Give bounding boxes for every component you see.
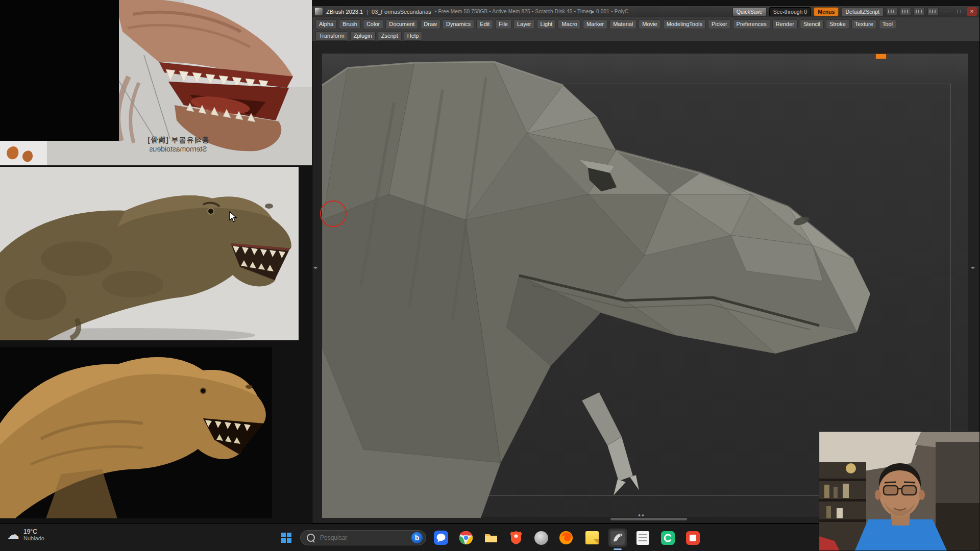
menu-item[interactable]: Preferences	[733, 19, 770, 29]
canvas-orange-marker	[875, 54, 887, 59]
menu-item[interactable]: Layer	[513, 19, 535, 29]
minimize-button[interactable]: —	[941, 7, 951, 16]
menu-bar: AlphaBrushColorDocumentDrawDynamicsEditF…	[312, 17, 979, 41]
menu-item[interactable]: Macro	[558, 19, 581, 29]
menu-item[interactable]: Alpha	[315, 19, 337, 29]
ui-slider-left-icon[interactable]	[886, 8, 897, 15]
app-title: ZBrush 2023.1	[326, 9, 363, 15]
taskbar-icon-firefox[interactable]	[557, 529, 575, 547]
sticky-note-icon	[585, 531, 599, 544]
memory-stats: • Free Mem 50.758GB • Active Mem 825 • S…	[435, 9, 629, 14]
see-through-value: 0	[804, 9, 807, 15]
taskbar-icon-chat[interactable]	[432, 529, 450, 547]
maximize-button[interactable]: □	[954, 7, 964, 16]
taskbar-icon-zbrush[interactable]	[608, 529, 627, 547]
menu-item[interactable]: Transform	[315, 31, 348, 41]
titlebar-divider: |	[366, 9, 368, 15]
start-button[interactable]	[277, 529, 296, 547]
horizontal-scrollbar[interactable]	[610, 518, 687, 520]
anatomy-caption-latin: Sternomastoideus	[125, 145, 232, 153]
menus-toggle-button[interactable]: Menus	[814, 7, 839, 16]
taskbar-icon-brave[interactable]	[507, 529, 525, 547]
menu-item[interactable]: Dynamics	[443, 19, 474, 29]
sculpt-arm	[582, 392, 622, 445]
weather-temperature: 19°C	[23, 528, 44, 535]
quicksave-button[interactable]: QuickSave	[732, 7, 767, 16]
taskbar-icon-app-red[interactable]	[683, 529, 702, 547]
anatomy-caption-korean: 흉쇄유돌부 [胸骨]	[125, 136, 232, 145]
menu-item[interactable]: Zscript	[378, 31, 402, 41]
titlebar-info: ZBrush 2023.1 | 03_FormasSecundarias • F…	[315, 8, 628, 15]
reference-image-trex-dark	[0, 347, 272, 518]
anatomy-caption: 흉쇄유돌부 [胸骨] Sternomastoideus	[125, 136, 232, 153]
default-zscript-button[interactable]: DefaultZScript	[841, 7, 884, 16]
taskbar-icon-chrome[interactable]	[457, 529, 475, 547]
ui-slider-right-icon[interactable]	[900, 8, 911, 15]
brush-cursor-ring	[320, 201, 347, 227]
chat-icon	[434, 531, 448, 545]
search-icon	[307, 534, 315, 542]
zbrush-logo-icon	[315, 8, 323, 15]
menu-item[interactable]: Picker	[708, 19, 731, 29]
taskbar-icon-app-green[interactable]	[658, 529, 677, 547]
taskbar-icon-notes[interactable]	[633, 529, 652, 547]
menu-item[interactable]: Draw	[420, 19, 440, 29]
weather-condition: Nublado	[23, 535, 44, 541]
taskbar-icon-app-gray[interactable]	[532, 529, 550, 547]
cloud-icon: ☁	[7, 529, 19, 541]
firefox-icon	[559, 531, 573, 545]
webcam-glasses	[884, 486, 898, 495]
search-input[interactable]	[319, 534, 407, 542]
menu-item[interactable]: Light	[537, 19, 556, 29]
canvas-left-edge-arrows[interactable]: ◂▸	[313, 265, 317, 270]
menu-item[interactable]: Color	[363, 19, 383, 29]
layout-toggle-left-icon[interactable]	[914, 8, 925, 15]
notepad-icon	[636, 531, 649, 545]
brave-icon	[509, 531, 523, 545]
menu-row-2: TransformZpluginZscriptHelp	[315, 31, 976, 41]
taskbar-icon-file-explorer[interactable]	[482, 529, 500, 547]
zbrush-app-icon	[610, 531, 625, 545]
menu-item[interactable]: Texture	[851, 19, 877, 29]
menu-item[interactable]: Tool	[879, 19, 896, 29]
menu-row-1: AlphaBrushColorDocumentDrawDynamicsEditF…	[315, 19, 976, 29]
green-c-app-icon	[661, 531, 675, 545]
trex-figure-illustration	[0, 167, 299, 340]
menu-item[interactable]: Stencil	[800, 19, 824, 29]
gray-app-icon	[534, 531, 548, 545]
see-through-control[interactable]: See-through 0	[769, 7, 812, 16]
mouse-cursor	[229, 211, 237, 222]
menu-item[interactable]: Help	[404, 31, 423, 41]
search-box[interactable]: b	[300, 530, 426, 545]
document-name: 03_FormasSecundarias	[372, 9, 431, 15]
search-browser-logo-icon: b	[411, 532, 423, 543]
taskbar-icon-sticky-notes[interactable]	[583, 529, 601, 547]
webcam-overlay	[819, 431, 980, 551]
webcam-video	[819, 432, 979, 550]
menu-item[interactable]: Document	[385, 19, 418, 29]
menu-item[interactable]: Marker	[583, 19, 607, 29]
menu-item[interactable]: Render	[772, 19, 798, 29]
menu-item[interactable]: File	[495, 19, 511, 29]
layout-toggle-right-icon[interactable]	[927, 8, 939, 15]
reference-image-anatomy: 흉쇄유돌부 [胸骨] Sternomastoideus	[0, 0, 312, 165]
desktop-screen: 흉쇄유돌부 [胸骨] Sternomastoideus	[0, 0, 980, 551]
windows-logo-icon	[281, 533, 291, 543]
menu-item[interactable]: Stroke	[826, 19, 849, 29]
weather-widget[interactable]: ☁ 19°C Nublado	[7, 528, 44, 541]
menu-item[interactable]: Edit	[476, 19, 493, 29]
red-app-icon	[686, 531, 700, 545]
reference-image-trex-figure	[0, 167, 299, 340]
menu-item[interactable]: Brush	[339, 19, 361, 29]
trex-dark-illustration	[0, 347, 272, 518]
scroll-up-arrows[interactable]: ▴▴	[638, 512, 645, 517]
chrome-icon	[459, 531, 473, 545]
titlebar-controls: QuickSave See-through 0 Menus DefaultZSc…	[732, 7, 977, 16]
close-button[interactable]: ×	[967, 7, 977, 16]
menu-item[interactable]: Material	[609, 19, 636, 29]
canvas-right-edge-arrows[interactable]: ◂▸	[971, 265, 974, 270]
menu-item[interactable]: ModelingTools	[663, 19, 706, 29]
menu-item[interactable]: Zplugin	[350, 31, 376, 41]
menu-item[interactable]: Movie	[639, 19, 660, 29]
see-through-label: See-through	[773, 9, 803, 15]
